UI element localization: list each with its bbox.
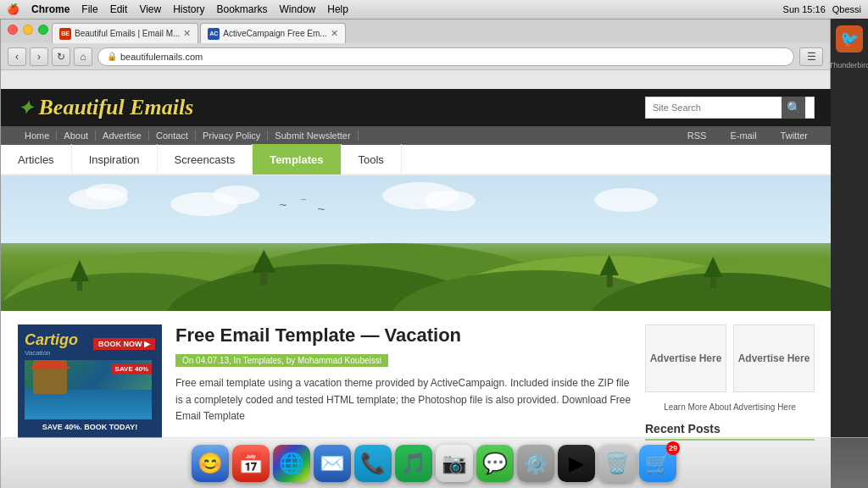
- ad-header: Cartigo Vacation BOOK NOW ▶: [25, 331, 155, 357]
- nav-twitter[interactable]: Twitter: [774, 130, 815, 141]
- browser-window: BE Beautiful Emails | Email M... ✕ AC Ac…: [0, 19, 831, 488]
- nav-articles[interactable]: Articles: [1, 144, 72, 175]
- ad-logo-area: Cartigo Vacation: [25, 331, 78, 357]
- apple-menu[interactable]: 🍎: [7, 3, 19, 15]
- post-meta: On 04.07.13, In Templates, by Mohammad K…: [175, 354, 388, 367]
- menubar-chrome[interactable]: Chrome: [31, 3, 70, 15]
- dock-calendar[interactable]: 📅: [232, 445, 270, 482]
- maximize-button[interactable]: [38, 25, 48, 35]
- close-button[interactable]: [8, 25, 18, 35]
- sidebar-ad-2[interactable]: Advertise Here: [733, 324, 815, 392]
- menu-button[interactable]: ☰: [799, 47, 823, 66]
- address-bar[interactable]: 🔒 beautifulemails.com: [97, 47, 794, 66]
- dock-photos[interactable]: 📷: [436, 445, 473, 482]
- menubar-history[interactable]: History: [173, 3, 204, 15]
- sidebar-ad-1[interactable]: Advertise Here: [645, 324, 726, 392]
- back-button[interactable]: ‹: [8, 47, 26, 66]
- ad-footer: SAVE 40%. BOOK TODAY!: [25, 423, 155, 431]
- ad-image: SAVE 40%: [25, 360, 152, 419]
- nav-inspiration[interactable]: Inspiration: [72, 144, 158, 175]
- tab-activecampaign[interactable]: AC ActiveCampaign Free Em... ✕: [200, 23, 345, 43]
- ad-water: [25, 390, 152, 419]
- nav-top-right: RSS E-mail Twitter: [681, 130, 815, 141]
- menubar-help[interactable]: Help: [327, 3, 348, 15]
- nav-screencasts[interactable]: Screencasts: [158, 144, 253, 175]
- website-frame: ✦ Beautiful Emails 🔍 Home About Advertis…: [1, 89, 832, 488]
- mac-menubar: 🍎 Chrome File Edit View History Bookmark…: [0, 0, 868, 19]
- tab-close-1[interactable]: ✕: [183, 28, 191, 39]
- menu-user: Qbessi: [832, 4, 861, 14]
- ad-logo: Cartigo: [25, 331, 78, 349]
- sidebar-learn-more[interactable]: Learn More About Advertising Here: [645, 399, 815, 415]
- ad-banner[interactable]: Cartigo Vacation BOOK NOW ▶ SAVE 40% SAV…: [18, 324, 162, 438]
- menubar-bookmarks[interactable]: Bookmarks: [217, 3, 268, 15]
- nav-top-about[interactable]: About: [57, 130, 96, 141]
- main-post: Free Email Template — Vacation On 04.07.…: [175, 324, 632, 445]
- nav-top-privacy[interactable]: Privacy Policy: [196, 130, 268, 141]
- url-text: beautifulemails.com: [120, 52, 203, 62]
- cloud-4: [213, 186, 259, 204]
- dock-chrome[interactable]: 🌐: [273, 445, 310, 482]
- cloud-6: [425, 191, 476, 211]
- lock-icon: 🔒: [107, 52, 117, 61]
- site-search[interactable]: 🔍: [645, 97, 815, 119]
- right-panel: 🐦 Thunderbird: [831, 19, 868, 488]
- post-title: Free Email Template — Vacation: [175, 324, 632, 347]
- dock-skype[interactable]: 📞: [354, 445, 392, 482]
- menubar-edit[interactable]: Edit: [110, 3, 128, 15]
- menubar-file[interactable]: File: [81, 3, 97, 15]
- ad-roof: [30, 360, 70, 369]
- nav-top-advertise[interactable]: Advertise: [96, 130, 149, 141]
- search-button[interactable]: 🔍: [782, 97, 805, 119]
- home-button[interactable]: ⌂: [74, 47, 92, 66]
- dock-messages[interactable]: 💬: [476, 445, 514, 482]
- ad-book-button[interactable]: BOOK NOW ▶: [93, 338, 155, 350]
- browser-tabs: BE Beautiful Emails | Email M... ✕ AC Ac…: [1, 19, 830, 43]
- content-area: Cartigo Vacation BOOK NOW ▶ SAVE 40% SAV…: [1, 311, 832, 458]
- cloud-2: [86, 184, 128, 201]
- menubar-window[interactable]: Window: [280, 3, 316, 15]
- browser-toolbar: ‹ › ↻ ⌂ 🔒 beautifulemails.com ☰: [1, 43, 830, 70]
- search-input[interactable]: [646, 103, 782, 113]
- bird-2: ~: [301, 196, 307, 203]
- hero-area: ~ ~ ~: [1, 175, 832, 311]
- traffic-lights: [8, 25, 48, 35]
- cloud-7: [594, 188, 658, 212]
- tab-beautiful-emails[interactable]: BE Beautiful Emails | Email M... ✕: [52, 23, 198, 43]
- menu-time: Sun 15:16: [783, 4, 826, 14]
- site-logo: ✦ Beautiful Emails: [18, 95, 193, 120]
- nav-top-contact[interactable]: Contact: [149, 130, 196, 141]
- dock-app-store[interactable]: 🛒 29: [639, 445, 676, 482]
- forward-button[interactable]: ›: [30, 47, 48, 66]
- menubar-right: Sun 15:16 Qbessi: [783, 4, 861, 14]
- tab-title-1: Beautiful Emails | Email M...: [75, 29, 180, 38]
- tab-favicon-1: BE: [59, 28, 71, 40]
- nav-tools[interactable]: Tools: [342, 144, 402, 175]
- dock-mail[interactable]: ✉️: [314, 445, 351, 482]
- dock-spotify[interactable]: 🎵: [395, 445, 432, 482]
- post-excerpt: Free email template using a vacation the…: [175, 375, 632, 424]
- nav-top-home[interactable]: Home: [18, 130, 57, 141]
- dock-terminal[interactable]: ▶: [558, 445, 595, 482]
- right-panel-icon-1[interactable]: 🐦: [836, 25, 863, 53]
- site-main-nav: Articles Inspiration Screencasts Templat…: [1, 145, 832, 175]
- dock-trash[interactable]: 🗑️: [598, 445, 636, 482]
- ad-sale-badge: SAVE 40%: [112, 363, 152, 374]
- dock-finder[interactable]: 😊: [192, 445, 229, 482]
- nav-rss[interactable]: RSS: [681, 130, 714, 141]
- minimize-button[interactable]: [23, 25, 33, 35]
- dock-badge: 29: [666, 441, 680, 455]
- nav-email[interactable]: E-mail: [723, 130, 763, 141]
- menubar-left: 🍎 Chrome File Edit View History Bookmark…: [7, 3, 348, 15]
- reload-button[interactable]: ↻: [52, 47, 70, 66]
- nav-templates[interactable]: Templates: [253, 144, 341, 175]
- right-panel-label: Thunderbird: [829, 61, 868, 69]
- tab-close-2[interactable]: ✕: [331, 28, 338, 39]
- nav-top-submit[interactable]: Submit Newsletter: [268, 130, 358, 141]
- dock-settings[interactable]: ⚙️: [517, 445, 554, 482]
- sidebar-ad-row: Advertise Here Advertise Here: [645, 324, 815, 392]
- hills-svg: [1, 209, 832, 311]
- menubar-view[interactable]: View: [139, 3, 161, 15]
- mac-dock: 😊 📅 🌐 ✉️ 📞 🎵 📷 💬 ⚙️ ▶ 🗑️ 🛒 29: [0, 437, 868, 488]
- nav-buttons: ‹ › ↻ ⌂: [8, 47, 92, 66]
